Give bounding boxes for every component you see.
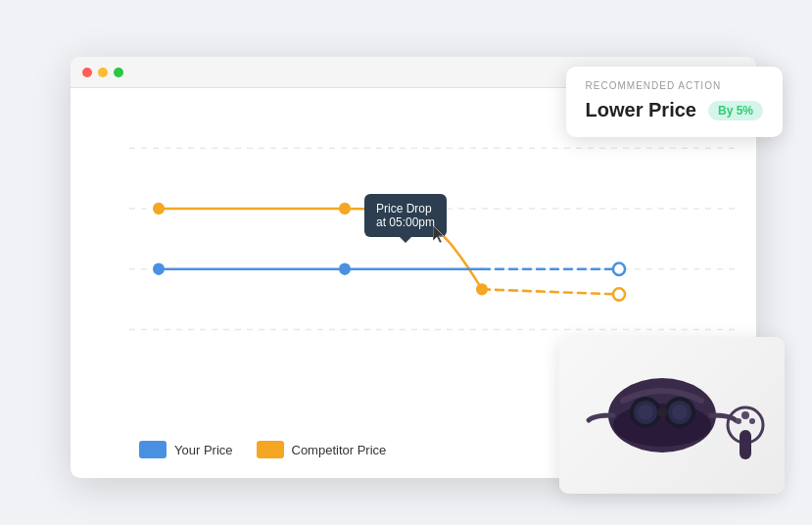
traffic-light-yellow[interactable] [98,68,108,77]
recommended-action-card: RECOMMENDED ACTION Lower Price By 5% [566,67,783,137]
rec-badge: By 5% [708,101,763,120]
your-price-label: Your Price [174,443,233,457]
legend-competitor-price: Competitor Price [257,441,387,458]
vr-scene [559,337,785,494]
svg-point-14 [339,263,351,275]
svg-point-9 [153,203,165,215]
svg-point-29 [749,418,755,424]
svg-rect-24 [657,408,667,416]
competitor-price-color-swatch [257,441,284,458]
svg-rect-26 [740,430,751,459]
svg-point-28 [736,418,741,424]
svg-point-12 [613,263,625,275]
svg-point-11 [476,283,488,295]
traffic-light-green[interactable] [114,68,123,77]
legend-your-price: Your Price [139,441,233,458]
svg-point-8 [613,288,625,300]
traffic-light-red[interactable] [82,68,92,77]
rec-card-label: RECOMMENDED ACTION [586,80,763,91]
scene: Price Drop at 05:00pm Your Price Competi… [0,0,812,525]
competitor-price-label: Competitor Price [292,443,387,457]
svg-point-20 [638,405,653,420]
your-price-color-swatch [139,441,167,458]
svg-point-27 [741,411,749,419]
vr-headset-image [574,352,770,479]
rec-action-row: Lower Price By 5% [586,99,763,121]
chart-legend: Your Price Competitor Price [139,441,386,458]
svg-point-23 [672,405,688,420]
svg-point-10 [339,203,351,215]
rec-action-text: Lower Price [586,99,696,121]
vr-product-card [559,337,785,494]
svg-point-13 [153,263,165,275]
